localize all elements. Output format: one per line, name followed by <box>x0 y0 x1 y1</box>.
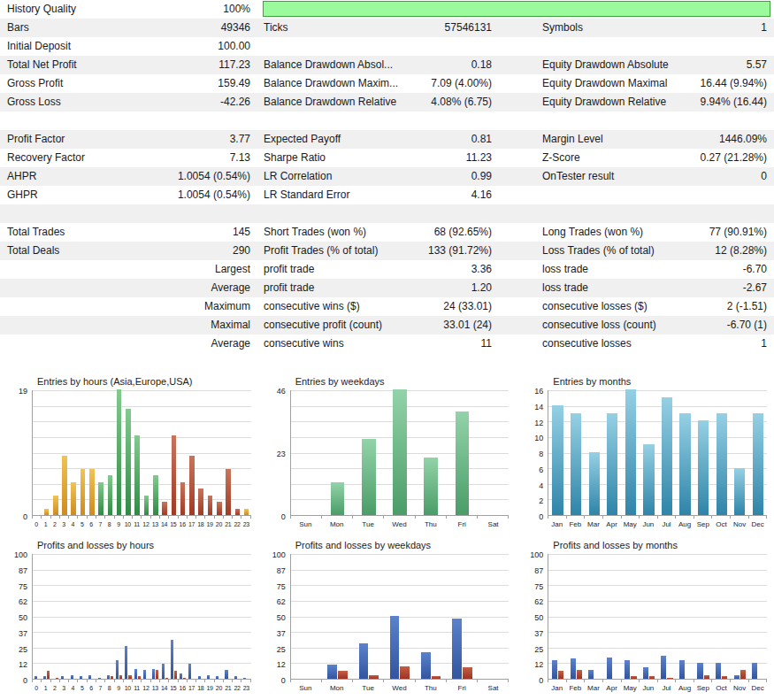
bar-slot <box>712 390 731 515</box>
stat-cell: profit trade3.36 <box>250 260 492 279</box>
stat-value: 9.94% (16.44) <box>701 93 767 112</box>
stat-value: 117.23 <box>218 56 250 74</box>
x-tick <box>60 516 69 519</box>
x-tick <box>69 516 78 519</box>
x-tick <box>124 680 133 682</box>
bar-slot <box>658 554 677 679</box>
stat-cell <box>250 112 492 130</box>
x-tick <box>179 680 188 682</box>
entries-by-months-chart: Entries by months 1614121086420JanFebMar… <box>516 372 774 535</box>
bar-slot <box>749 554 768 679</box>
bar <box>697 663 702 679</box>
stat-cell: Gross Profit159.49 <box>0 74 250 93</box>
stat-value: 24 (33.01) <box>443 297 492 316</box>
stat-cell: Loss Trades (% of total)12 (8.28%) <box>492 242 774 260</box>
stat-label: Short Trades (won %) <box>264 223 366 242</box>
entries-by-weekdays-chart: Entries by weekdays 46230SunMonTueWedThu… <box>258 372 517 535</box>
y-tick-label: 62 <box>534 597 543 606</box>
stat-cell: consecutive wins11 <box>250 335 492 353</box>
bar-slot <box>215 390 224 515</box>
x-tick <box>241 680 250 682</box>
table-row: Total Net Profit117.23Balance Drawdown A… <box>0 56 774 74</box>
profits-losses-by-hours-chart: Profits and losses by hours 100877562503… <box>0 535 258 700</box>
stat-label: Loss Trades (% of total) <box>542 242 655 260</box>
stat-label: profit trade <box>264 279 314 297</box>
bar-slot <box>291 554 322 679</box>
bar <box>47 671 50 679</box>
x-tick-label: Jan <box>548 683 566 694</box>
stat-cell <box>250 37 492 56</box>
stat-label: Balance Drawdown Maxim... <box>264 74 398 93</box>
y-tick-label: 23 <box>277 450 286 458</box>
y-tick-label: 25 <box>277 645 286 654</box>
x-tick <box>585 516 603 519</box>
bar-slot <box>188 390 196 515</box>
x-tick <box>105 680 114 682</box>
x-tick-label: Jan <box>548 519 566 530</box>
x-tick <box>88 516 96 519</box>
x-tick-label: 21 <box>224 683 233 694</box>
x-tick <box>384 680 415 682</box>
stat-cell: consecutive losses1 <box>492 335 774 353</box>
bar <box>88 675 91 679</box>
stat-value: 16.44 (9.94%) <box>701 74 767 93</box>
bar-slot <box>78 554 87 679</box>
bar-slot <box>291 390 322 515</box>
x-tick <box>567 516 586 519</box>
stat-value: 159.49 <box>218 74 250 93</box>
y-tick-label: 0 <box>539 676 543 685</box>
bar-slot <box>215 554 224 679</box>
x-tick-label: Fri <box>447 519 478 530</box>
x-tick-label: 19 <box>205 519 214 530</box>
stat-cell: Total Trades145 <box>0 223 250 242</box>
x-tick-label: 13 <box>150 683 159 694</box>
bar <box>631 676 636 679</box>
stat-cell: LR Standard Error4.16 <box>250 186 492 204</box>
bar <box>144 496 149 515</box>
y-tick-label: 100 <box>14 550 27 559</box>
stat-label: Balance Drawdown Relative <box>264 93 396 112</box>
bar <box>71 675 73 679</box>
bar-slot <box>188 554 196 679</box>
table-row: Bars49346Ticks57546131Symbols1 <box>0 19 774 37</box>
bar-slot <box>88 390 96 515</box>
x-tick <box>353 516 384 519</box>
bar <box>662 397 672 515</box>
stat-cell <box>492 37 774 56</box>
x-tick-label: 5 <box>78 519 87 530</box>
stat-value: 33.01 (24) <box>443 316 492 335</box>
stat-cell <box>492 204 774 223</box>
bar <box>552 405 563 515</box>
bar <box>577 670 582 679</box>
stat-cell: Equity Drawdown Absolute5.57 <box>492 56 774 74</box>
plot-area <box>548 390 767 516</box>
bar-slot <box>33 554 42 679</box>
stat-value: 7.13 <box>230 149 250 167</box>
stat-value: 1 <box>761 335 767 353</box>
stat-cell: AHPR1.0054 (0.54%) <box>0 167 250 186</box>
stat-value: 100.00 <box>218 37 250 56</box>
stat-label: Expected Payoff <box>264 130 341 149</box>
stat-value: 0.99 <box>471 167 492 186</box>
y-tick-label: 12 <box>534 660 543 669</box>
bar-slot <box>447 390 478 515</box>
plot-area <box>290 554 510 680</box>
x-tick-label: 21 <box>224 519 233 530</box>
stat-label: consecutive loss (count) <box>542 316 656 335</box>
y-axis-labels: 190 <box>0 390 32 516</box>
x-tick-label: 0 <box>32 519 41 530</box>
stat-label: Gross Loss <box>7 93 61 112</box>
stat-cell: Maximum <box>0 297 250 316</box>
x-tick <box>447 516 478 519</box>
table-row: Gross Loss-42.26Balance Drawdown Relativ… <box>0 93 774 112</box>
x-axis-labels: SunMonTueWedThuFriSat <box>290 683 510 694</box>
stat-value: 68 (92.65%) <box>434 223 492 242</box>
bar <box>717 413 727 515</box>
x-tick <box>205 680 214 682</box>
x-tick <box>215 516 224 519</box>
stat-value: 1 <box>761 19 767 37</box>
stat-label: consecutive losses <box>542 335 632 353</box>
stat-label: Symbols <box>542 19 583 37</box>
bar <box>217 502 222 515</box>
stat-label: GHPR <box>7 186 38 204</box>
